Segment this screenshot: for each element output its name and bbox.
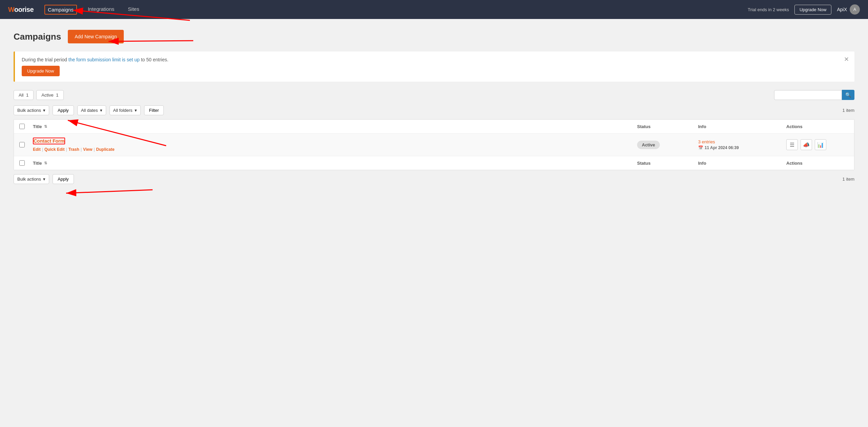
campaigns-table: Title ⇅ Status Info Actions Contact Form… [14, 119, 854, 170]
entries-link[interactable]: 3 entries [698, 139, 715, 144]
chevron-down-icon-dates: ▾ [100, 108, 102, 113]
nav-integrations[interactable]: Integrations [85, 5, 117, 15]
main-content: Campaigns Add New Campaign During the tr… [0, 19, 868, 427]
notice-text: During the trial period the form submiss… [22, 57, 848, 62]
bulk-actions-dropdown-bottom[interactable]: Bulk actions ▾ [14, 174, 49, 184]
view-link[interactable]: View [83, 147, 92, 152]
quick-edit-link[interactable]: Quick Edit [44, 147, 64, 152]
row-checkbox[interactable] [19, 142, 25, 147]
item-count-top: 1 item [843, 108, 854, 113]
all-folders-dropdown[interactable]: All folders ▾ [110, 105, 141, 115]
logo: Woorise [8, 6, 34, 14]
footer-title-sort-icon[interactable]: ⇅ [44, 161, 47, 165]
select-all-checkbox[interactable] [19, 124, 25, 129]
action-icons: ☰ 📣 📊 [786, 139, 854, 150]
topnav: Woorise Campaigns Integrations Sites Tri… [0, 0, 868, 19]
top-toolbar: Bulk actions ▾ Apply All dates ▾ All fol… [14, 105, 854, 115]
all-dates-dropdown[interactable]: All dates ▾ [77, 105, 106, 115]
nav-sites[interactable]: Sites [125, 5, 142, 15]
campaign-name-box: Contact Form [33, 138, 65, 144]
chart-icon-button[interactable]: 📊 [815, 139, 826, 150]
topnav-left: Woorise Campaigns Integrations Sites [8, 5, 142, 15]
notice-banner: During the trial period the form submiss… [14, 52, 854, 82]
row-info-col: 3 entries 📅 11 Apr 2024 06:39 [698, 139, 786, 150]
footer-actions-col: Actions [786, 161, 854, 166]
page-header: Campaigns Add New Campaign [14, 30, 854, 43]
footer-select-all-checkbox[interactable] [19, 160, 25, 166]
row-title-col: Contact Form Edit | Quick Edit | Trash |… [30, 138, 637, 152]
campaign-name-link[interactable]: Contact Form [34, 138, 64, 144]
megaphone-icon-button[interactable]: 📣 [801, 139, 812, 150]
date-info: 📅 11 Apr 2024 06:39 [698, 145, 786, 150]
logo-w: W [8, 6, 14, 13]
table-footer-header-row: Title ⇅ Status Info Actions [14, 156, 854, 170]
search-button[interactable]: 🔍 [842, 90, 854, 100]
row-actions-col: ☰ 📣 📊 [786, 139, 854, 150]
title-sort-icon[interactable]: ⇅ [44, 124, 47, 129]
status-badge: Active [637, 141, 660, 149]
search-group: 🔍 [774, 90, 854, 100]
page-title: Campaigns [14, 32, 61, 42]
row-checkbox-col [14, 142, 30, 147]
apply-button-bottom[interactable]: Apply [53, 174, 74, 184]
nav-campaigns[interactable]: Campaigns [44, 5, 77, 15]
topnav-right: Trial ends in 2 weeks Upgrade Now ApiX A [748, 4, 860, 15]
chevron-down-icon: ▾ [43, 108, 45, 113]
filter-button[interactable]: Filter [144, 105, 164, 115]
trial-text: Trial ends in 2 weeks [748, 7, 789, 12]
chevron-down-icon-folders: ▾ [135, 108, 137, 113]
table-row: Contact Form Edit | Quick Edit | Trash |… [14, 134, 854, 156]
footer-info-col: Info [698, 161, 786, 166]
chevron-down-icon-bottom: ▾ [43, 177, 45, 182]
campaign-row-actions: Edit | Quick Edit | Trash | View | Dupli… [33, 147, 115, 152]
header-info-col: Info [698, 124, 786, 129]
calendar-icon: 📅 [698, 145, 703, 150]
bottom-toolbar: Bulk actions ▾ Apply 1 item [14, 174, 854, 184]
notice-link[interactable]: the form submission limit is set up [68, 57, 140, 62]
item-count-bottom: 1 item [843, 177, 854, 182]
footer-title-col: Title ⇅ [30, 161, 637, 166]
upgrade-now-button-top[interactable]: Upgrade Now [794, 5, 832, 15]
apply-button-top[interactable]: Apply [53, 105, 74, 115]
row-status-col: Active [637, 141, 698, 149]
trash-link[interactable]: Trash [68, 147, 79, 152]
upgrade-now-button-notice[interactable]: Upgrade Now [22, 66, 60, 76]
entries-icon-button[interactable]: ☰ [786, 139, 798, 150]
edit-link[interactable]: Edit [33, 147, 41, 152]
logo-rest: oorise [14, 6, 34, 13]
footer-status-col: Status [637, 161, 698, 166]
search-input[interactable] [774, 90, 842, 100]
avatar: A [850, 4, 860, 15]
add-new-campaign-button[interactable]: Add New Campaign [68, 30, 124, 43]
notice-close-button[interactable]: ✕ [844, 56, 849, 62]
table-header-row: Title ⇅ Status Info Actions [14, 120, 854, 134]
nav-links: Campaigns Integrations Sites [44, 5, 142, 15]
tab-group: All 1 Active 1 [14, 90, 64, 100]
user-menu[interactable]: ApiX A [837, 4, 860, 15]
footer-checkbox-col [14, 160, 30, 166]
duplicate-link[interactable]: Duplicate [96, 147, 115, 152]
bulk-actions-dropdown-top[interactable]: Bulk actions ▾ [14, 105, 49, 115]
header-title-col: Title ⇅ [30, 124, 637, 129]
filter-tabs-row: All 1 Active 1 🔍 [14, 90, 854, 100]
tab-all[interactable]: All 1 [14, 90, 34, 100]
header-actions-col: Actions [786, 124, 854, 129]
user-name: ApiX [837, 7, 847, 12]
header-status-col: Status [637, 124, 698, 129]
header-checkbox-col [14, 124, 30, 129]
tab-active[interactable]: Active 1 [36, 90, 63, 100]
